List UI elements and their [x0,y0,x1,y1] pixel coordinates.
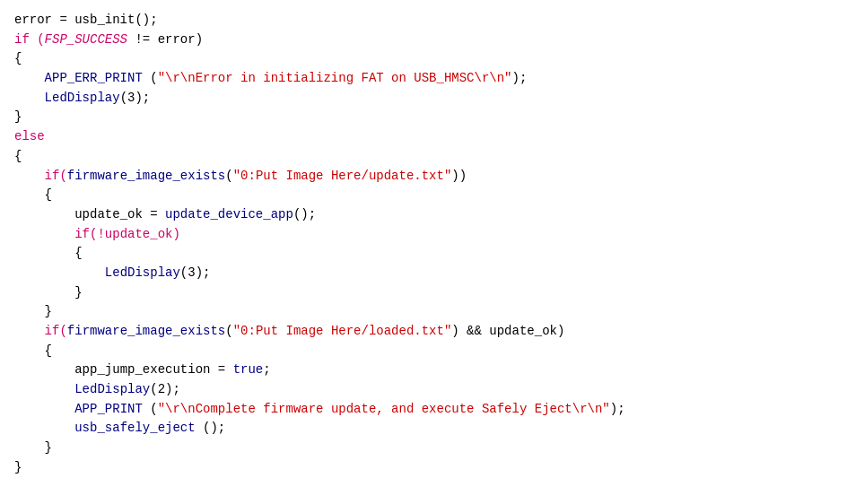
code-token: (2); [150,382,180,396]
code-token: APP_PRINT [74,402,143,416]
code-line: if (FSP_SUCCESS != error) [14,30,833,50]
code-token: "\r\nComplete firmware update, and execu… [158,402,610,416]
code-token: true [233,362,264,377]
code-token: } [45,304,52,318]
code-token: { [45,187,52,202]
code-line: { [14,244,833,264]
code-token: firmware_image_exists [67,324,225,338]
code-line: LedDisplay(2); [14,380,833,400]
code-token: if( [45,169,67,183]
code-line: } [14,302,833,322]
code-line: if(firmware_image_exists("0:Put Image He… [14,322,833,342]
code-token: ; [263,362,270,377]
code-token: app_jump_execution = [74,362,232,377]
code-token: if(!update_ok) [74,227,180,241]
code-token: LedDisplay [45,91,120,105]
code-line: usb_safely_eject (); [14,419,833,439]
code-token: ( [143,402,158,416]
code-token: update_ok = [74,207,165,222]
code-block: error = usb_init();if (FSP_SUCCESS != er… [14,11,833,478]
code-token: )) [451,169,467,183]
code-line: if(firmware_image_exists("0:Put Image He… [14,167,833,187]
code-line: } [14,439,833,458]
code-token: ( [225,169,232,183]
code-token: update_device_app [165,207,293,222]
code-line: update_ok = update_device_app(); [14,205,833,225]
code-token: else [14,129,45,143]
code-line: app_jump_execution = true; [14,361,833,380]
code-token: LedDisplay [105,265,180,280]
code-token: APP_ERR_PRINT [45,71,143,85]
code-token: firmware_image_exists [67,169,225,183]
code-token: "0:Put Image Here/loaded.txt" [233,324,452,338]
code-token: { [14,51,22,65]
code-token: } [74,285,82,300]
code-token: (); [293,207,316,222]
code-token: (3); [180,265,211,280]
code-line: if(!update_ok) [14,225,833,245]
code-token: } [14,460,22,474]
code-token: LedDisplay [74,382,150,396]
code-token: if( [45,324,67,338]
code-token: ) && update_ok) [451,324,564,338]
code-token: "0:Put Image Here/update.txt" [233,169,452,183]
code-line: } [14,458,833,478]
code-token: { [14,149,22,163]
code-token: { [45,343,52,358]
code-token: ( [225,324,232,338]
code-token: "\r\nError in initializing FAT on USB_HM… [158,71,512,85]
code-line: LedDisplay(3); [14,89,833,109]
code-line: { [14,49,833,69]
code-line: error = usb_init(); [14,11,833,30]
code-line: { [14,147,833,167]
code-line: APP_ERR_PRINT ("\r\nError in initializin… [14,69,833,89]
code-line: else [14,127,833,147]
code-token: if ( [14,32,45,47]
code-token: } [45,440,52,455]
code-token: (3); [120,91,151,105]
code-token: FSP_SUCCESS [45,32,127,47]
code-token: ( [143,71,158,85]
code-token: (); [196,421,226,435]
code-token: usb_safely_eject [74,421,195,435]
code-token: != error) [127,32,203,47]
code-token: error = usb_init(); [14,13,158,27]
code-line: } [14,108,833,127]
code-line: { [14,342,833,361]
code-token: ); [610,402,625,416]
code-line: } [14,283,833,303]
code-token: ); [512,71,528,85]
code-line: LedDisplay(3); [14,264,833,283]
code-token: } [14,109,22,124]
code-line: APP_PRINT ("\r\nComplete firmware update… [14,400,833,420]
code-token: { [74,246,82,260]
code-line: { [14,186,833,205]
